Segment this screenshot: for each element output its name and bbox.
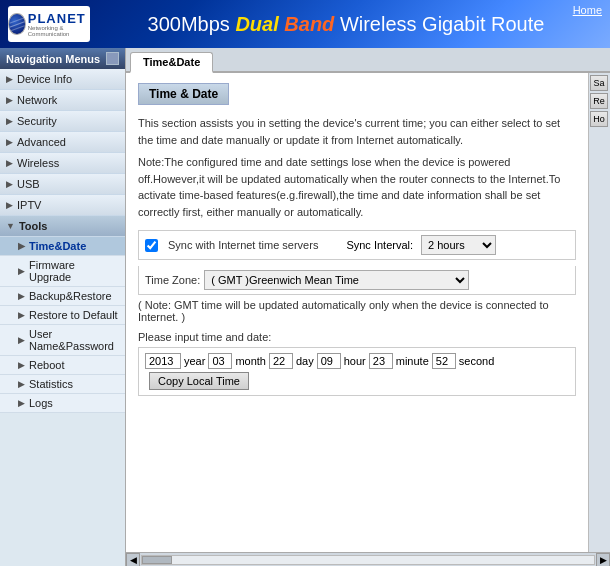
sidebar: Navigation Menus ▶ Device Info ▶ Network… (0, 48, 126, 566)
timezone-label: Time Zone: (145, 274, 200, 286)
scroll-thumb[interactable] (142, 556, 172, 564)
scroll-right-arrow[interactable]: ▶ (596, 553, 610, 567)
day-label: day (296, 355, 314, 367)
reset-side-button[interactable]: Re (590, 93, 608, 109)
logo-icon-row: PLANET Networking & Communication (8, 12, 90, 37)
sub-arrow-icon: ▶ (18, 398, 25, 408)
section-title: Time & Date (138, 83, 229, 105)
header: PLANET Networking & Communication 300Mbp… (0, 0, 610, 48)
sidebar-item-wireless[interactable]: ▶ Wireless (0, 153, 125, 174)
sidebar-submenu-item-restore-default[interactable]: ▶ Restore to Default (0, 306, 125, 325)
timezone-select[interactable]: ( GMT )Greenwich Mean Time (204, 270, 469, 290)
sync-interval-select[interactable]: 2 hours 1 hour 4 hours 8 hours 12 hours … (421, 235, 496, 255)
help-side-button[interactable]: Ho (590, 111, 608, 127)
month-input[interactable] (208, 353, 232, 369)
sidebar-submenu-item-logs[interactable]: ▶ Logs (0, 394, 125, 413)
sub-arrow-icon: ▶ (18, 335, 25, 345)
sidebar-submenu-item-time-date[interactable]: ▶ Time&Date (0, 237, 125, 256)
content-inner: Time & Date This section assists you in … (126, 73, 588, 552)
day-input[interactable] (269, 353, 293, 369)
note-text: Note:The configured time and date settin… (138, 154, 576, 220)
horizontal-scrollbar[interactable]: ◀ ▶ (126, 552, 610, 566)
sub-arrow-icon: ▶ (18, 310, 25, 320)
sidebar-header: Navigation Menus (0, 48, 125, 69)
hour-label: hour (344, 355, 366, 367)
copy-local-time-button[interactable]: Copy Local Time (149, 372, 249, 390)
content-area: Time&Date Time & Date This section assis… (126, 48, 610, 566)
sidebar-submenu-item-backup-restore[interactable]: ▶ Backup&Restore (0, 287, 125, 306)
planet-icon (8, 13, 26, 35)
home-link[interactable]: Home (573, 4, 602, 16)
logo-box: PLANET Networking & Communication (8, 6, 90, 42)
sidebar-header-icon (106, 52, 119, 65)
scroll-track[interactable] (141, 555, 595, 565)
scroll-left-arrow[interactable]: ◀ (126, 553, 140, 567)
sync-row: Sync with Internet time servers Sync Int… (138, 230, 576, 260)
arrow-icon: ▶ (6, 116, 13, 126)
sub-arrow-icon: ▶ (18, 266, 25, 276)
sidebar-submenu-item-user-name-password[interactable]: ▶ User Name&Password (0, 325, 125, 356)
sync-label: Sync with Internet time servers (168, 239, 318, 251)
year-input[interactable] (145, 353, 181, 369)
band-text: Band (284, 13, 334, 35)
hour-input[interactable] (317, 353, 341, 369)
sync-interval-label: Sync Interval: (346, 239, 413, 251)
year-label: year (184, 355, 205, 367)
tools-submenu: ▶ Time&Date ▶ Firmware Upgrade ▶ Backup&… (0, 237, 125, 413)
timezone-row: Time Zone: ( GMT )Greenwich Mean Time (138, 266, 576, 295)
sidebar-item-advanced[interactable]: ▶ Advanced (0, 132, 125, 153)
arrow-icon: ▶ (6, 95, 13, 105)
sidebar-item-security[interactable]: ▶ Security (0, 111, 125, 132)
sub-arrow-icon: ▶ (18, 241, 25, 251)
sidebar-item-iptv[interactable]: ▶ IPTV (0, 195, 125, 216)
arrow-icon: ▶ (6, 74, 13, 84)
sidebar-item-tools[interactable]: ▼ Tools (0, 216, 125, 237)
header-title: 300Mbps Dual Band Wireless Gigabit Route (90, 13, 602, 36)
save-side-button[interactable]: Sa (590, 75, 608, 91)
sidebar-submenu-item-statistics[interactable]: ▶ Statistics (0, 375, 125, 394)
arrow-icon: ▶ (6, 158, 13, 168)
please-input-label: Please input time and date: (138, 331, 576, 343)
arrow-icon: ▶ (6, 200, 13, 210)
arrow-icon: ▶ (6, 137, 13, 147)
side-buttons-panel: Sa Re Ho (588, 73, 610, 552)
sync-checkbox[interactable] (145, 239, 158, 252)
sub-arrow-icon: ▶ (18, 291, 25, 301)
minute-input[interactable] (369, 353, 393, 369)
sub-arrow-icon: ▶ (18, 379, 25, 389)
info-text: This section assists you in setting the … (138, 115, 576, 148)
tab-time-date[interactable]: Time&Date (130, 52, 213, 73)
arrow-icon-down: ▼ (6, 221, 15, 231)
dual-text: Dual (235, 13, 278, 35)
second-label: second (459, 355, 494, 367)
sidebar-item-network[interactable]: ▶ Network (0, 90, 125, 111)
month-label: month (235, 355, 266, 367)
logo: PLANET Networking & Communication (8, 6, 90, 42)
sidebar-item-usb[interactable]: ▶ USB (0, 174, 125, 195)
datetime-row: year month day hour minute second Copy L… (138, 347, 576, 396)
sidebar-item-device-info[interactable]: ▶ Device Info (0, 69, 125, 90)
logo-text: PLANET Networking & Communication (28, 12, 90, 37)
gmt-note: ( Note: GMT time will be updated automat… (138, 299, 576, 323)
sidebar-submenu-item-reboot[interactable]: ▶ Reboot (0, 356, 125, 375)
sub-arrow-icon: ▶ (18, 360, 25, 370)
second-input[interactable] (432, 353, 456, 369)
sidebar-submenu-item-firmware-upgrade[interactable]: ▶ Firmware Upgrade (0, 256, 125, 287)
arrow-icon: ▶ (6, 179, 13, 189)
minute-label: minute (396, 355, 429, 367)
tab-bar: Time&Date (126, 48, 610, 73)
